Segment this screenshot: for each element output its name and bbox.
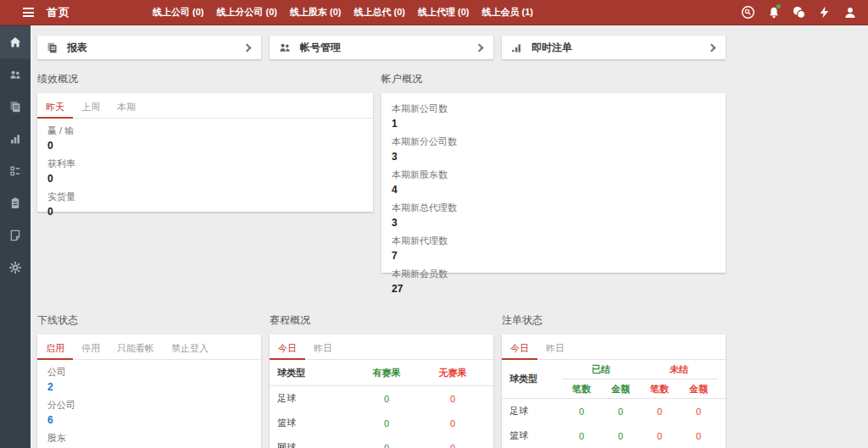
schedule-row-basketball: 篮球 0 0 [270,411,493,435]
bets-tabs: 今日 昨日 [502,335,726,360]
sidebar-item-agents[interactable] [0,58,31,91]
tab-yesterday[interactable]: 昨日 [537,335,573,360]
stat-new-shareholders: 本期新股东数 4 [381,163,726,196]
hamburger-menu-icon[interactable] [23,8,34,17]
ballot-list-icon [8,164,22,178]
live-bets-icon [510,41,523,54]
performance-tabs: 昨天 上周 本期 [37,93,373,119]
bets-table-header: 球类型 已结 未结 笔数 金额 笔数 金额 [502,360,726,399]
messages-icon[interactable] [792,5,806,19]
downline-company-count-link[interactable]: 2 [47,381,251,393]
stat-new-members: 本期新会员数 27 [381,262,726,295]
notification-badge-dot [776,4,781,8]
schedule-row-soccer: 足球 0 0 [270,386,493,411]
tab-view-only[interactable]: 只能看帐 [108,335,163,360]
notifications-bell-icon[interactable] [766,5,781,19]
report-icon [46,41,58,54]
stat-new-companies: 本期新公司数 1 [381,97,726,130]
shortcut-live-bets[interactable]: 即时注单 [502,36,726,59]
shortcut-reports[interactable]: 报表 [37,36,261,59]
nav-online-master-agent[interactable]: 线上总代 (0) [354,6,406,19]
sidebar [0,25,31,448]
shortcut-account-management[interactable]: 帐号管理 [270,36,493,59]
tab-last-week[interactable]: 上周 [73,93,108,119]
tab-today[interactable]: 今日 [502,335,537,360]
account-icon[interactable] [843,5,857,19]
downline-shareholder: 股东 18 [37,426,261,448]
section-title-performance: 绩效概况 [37,72,373,86]
tab-current-period[interactable]: 本期 [108,93,144,119]
header-nav: 线上公司 (0) 线上分公司 (0) 线上股东 (0) 线上总代 (0) 线上代… [153,6,533,19]
main-content: 报表 帐号管理 即时注单 绩效概况 昨天 上周 [31,25,868,448]
app-header: 首页 线上公司 (0) 线上分公司 (0) 线上股东 (0) 线上总代 (0) … [0,0,868,25]
stat-actual-volume: 实货量 0 [37,185,373,218]
downline-section: 下线状态 启用 停用 只能看帐 禁止登入 公司 2 分公司 6 [37,313,261,448]
stat-new-master-agents: 本期新总代理数 3 [381,196,726,229]
performance-section: 绩效概况 昨天 上周 本期 赢 / 输 0 获利率 0 [37,72,373,273]
sidebar-item-ballot[interactable] [0,155,31,187]
nav-online-member[interactable]: 线上会员 (1) [482,6,534,19]
downline-branch-count-link[interactable]: 6 [47,414,251,426]
note-edit-icon [8,229,22,242]
bar-chart-icon [8,132,22,146]
section-title-downline: 下线状态 [37,313,261,328]
schedule-tabs: 今日 昨日 [270,335,493,360]
downline-company: 公司 2 [37,360,261,393]
schedule-section: 赛程概况 今日 昨日 球类型 有赛果 无赛果 足球 [270,313,493,448]
gear-icon [8,261,22,274]
schedule-table-header: 球类型 有赛果 无赛果 [270,360,493,386]
chevron-right-icon [476,43,484,52]
tab-login-forbidden[interactable]: 禁止登入 [163,335,217,360]
tab-today[interactable]: 今日 [270,335,305,360]
stat-profit-rate: 获利率 0 [37,152,373,185]
sidebar-item-home[interactable] [0,26,31,58]
home-icon [8,36,22,49]
sidebar-item-settings[interactable] [0,252,31,284]
nav-online-company[interactable]: 线上公司 (0) [153,6,204,19]
documents-icon [8,100,22,113]
tab-yesterday[interactable]: 昨天 [37,93,73,119]
bets-row-basketball: 篮球 0 0 0 0 [502,423,726,448]
tab-disabled[interactable]: 停用 [73,335,108,360]
shortcut-row: 报表 帐号管理 即时注单 [37,36,726,59]
tab-enabled[interactable]: 启用 [37,335,73,360]
shortcut-label: 帐号管理 [300,41,341,55]
sidebar-item-statistics[interactable] [0,123,31,155]
flash-icon[interactable] [817,5,832,19]
chevron-right-icon [243,43,252,52]
sub-unsettled-count: 笔数 [640,383,679,395]
header-icon-group [741,5,857,19]
sidebar-item-clipboard[interactable] [0,187,31,219]
search-circle-icon[interactable] [741,5,755,19]
stat-win-loss: 赢 / 输 0 [37,119,373,152]
section-title-accounts: 帐户概况 [381,72,726,86]
downline-branch: 分公司 6 [37,393,261,426]
section-title-schedule: 赛程概况 [270,313,493,328]
bets-row-soccer: 足球 0 0 0 0 [502,399,726,423]
sidebar-item-reports[interactable] [0,91,31,123]
shortcut-label: 即时注单 [531,41,572,55]
group-settled: 已结 [562,363,640,376]
nav-online-agent[interactable]: 线上代理 (0) [418,6,470,19]
bets-section: 注单状态 今日 昨日 球类型 已结 未结 [502,313,726,448]
shortcut-label: 报表 [67,41,87,55]
accounts-section: 帐户概况 本期新公司数 1 本期新分公司数 3 本期新股东数 4 [381,72,726,273]
nav-online-shareholder[interactable]: 线上股东 (0) [290,6,342,19]
sub-settled-count: 笔数 [562,383,601,395]
section-title-bets: 注单状态 [502,313,726,328]
chevron-right-icon [708,43,716,52]
stat-new-agents: 本期新代理数 7 [381,229,726,262]
nav-online-branch[interactable]: 线上分公司 (0) [217,6,278,19]
page-title: 首页 [47,5,70,20]
sidebar-item-notes[interactable] [0,219,31,252]
downline-tabs: 启用 停用 只能看帐 禁止登入 [37,335,261,360]
stat-new-branches: 本期新分公司数 3 [381,130,726,163]
people-icon [8,68,22,81]
sub-settled-amount: 金额 [601,383,640,395]
col-with-result: 有赛果 [353,367,420,379]
col-without-result: 无赛果 [420,367,486,379]
clipboard-icon [8,196,22,210]
schedule-row-tennis: 网球 0 0 [270,435,493,448]
tab-yesterday[interactable]: 昨日 [305,335,341,360]
account-management-icon [278,41,292,54]
